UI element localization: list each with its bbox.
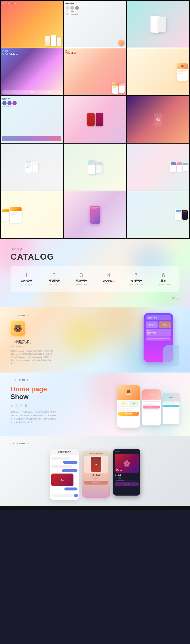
homepage-show-section: PORTFOLIO Home page Show 首 页 页 面 小熊美术APP…: [0, 372, 190, 436]
thumb-main-page-show[interactable]: Main Page show: [64, 48, 126, 95]
catalog-item-5[interactable]: 5 海报设计 POSTER DESIGN: [122, 270, 150, 288]
breadcrumb-3: 页: [20, 404, 23, 407]
homepage-title-sub: Show: [10, 393, 65, 401]
catalog-item-3[interactable]: 3 图标设计 ICON DESIGN: [68, 270, 95, 288]
catalog-section: 作品目录 CATALOG 1 APP设计 APP DESIGN 2 网页设计 W…: [0, 239, 190, 307]
catalog-item-4[interactable]: 4 BANNER BANNER: [95, 270, 122, 288]
homepage-breadcrumb: 首 页 页 面: [10, 404, 65, 407]
bear-title-cn: 「小熊美术」: [10, 339, 95, 344]
thumb-1-label: Home page Show: [2, 2, 61, 4]
breadcrumb-4: 面: [25, 404, 27, 407]
catalog-subtitle: 作品目录: [10, 247, 180, 251]
thumb-3d-phones[interactable]: [64, 144, 126, 190]
portfolio-bear-section: PORTFOLIO 🐻 「小熊美术」 BACKGROUND 小熊美术为APP学少…: [0, 307, 190, 372]
thumb-2-label: 字体与配色: [65, 2, 125, 5]
ps-phone-chat: 你都在忙什么呢？ Ema ↑: [50, 449, 79, 500]
catalog-num-2: 2: [41, 272, 67, 278]
catalog-en-4: BANNER: [96, 283, 121, 284]
thumb-orange-ui[interactable]: 🐻: [127, 48, 189, 95]
catalog-num-6: 6: [151, 272, 176, 278]
hp-phone-1: 🐻 大熊美术 直播 视频: [117, 385, 140, 428]
hp-phone-2: 选课 小熊美术课程: [142, 390, 161, 426]
homepage-right-content: 🐻 大熊美术 直播 视频: [65, 379, 180, 428]
catalog-name-6: 其他: [151, 279, 176, 283]
catalog-en-6: OTHER DESIGN: [151, 283, 176, 285]
thumb-color-guide[interactable]: 配色与字库 字体 · PingFang UI: [1, 96, 63, 143]
thumb-5-page-show-label: Page show: [65, 52, 125, 54]
homepage-left-content: PORTFOLIO Home page Show 首 页 页 面 小熊美术APP…: [10, 379, 65, 424]
bear-description: 小熊美术为APP学少儿美术教育类应用程序，采用人工智能技术，在学习过程中有用展现…: [10, 350, 53, 365]
pageshow-phones-container: 你都在忙什么呢？ Ema ↑: [10, 449, 180, 500]
bear-emoji: 🐻: [14, 324, 22, 332]
thumb-color-palette[interactable]: [64, 96, 126, 143]
homepage-phones-group: 🐻 大熊美术 直播 视频: [117, 383, 180, 428]
pageshow-section: PORTFOLIO 你都在忙什么呢？ Ema: [0, 436, 190, 506]
thumb-catalog[interactable]: 作品目录 CATALOG APP WEB ICON: [1, 48, 63, 95]
catalog-en-1: APP DESIGN: [14, 283, 39, 285]
breadcrumb-1: 首: [10, 404, 13, 407]
pageshow-content: PORTFOLIO 你都在忙什么呢？ Ema: [10, 442, 180, 500]
catalog-header: 作品目录 CATALOG: [10, 247, 180, 262]
catalog-name-1: APP设计: [14, 279, 39, 283]
catalog-en-3: ICON DESIGN: [69, 283, 94, 285]
catalog-en-5: POSTER DESIGN: [123, 283, 149, 285]
catalog-num-1: 1: [14, 272, 39, 278]
catalog-name-5: 海报设计: [123, 279, 149, 283]
thumb-5-main-label: Main: [65, 50, 125, 52]
homepage-title-main: Home page: [10, 386, 65, 393]
catalog-name-4: BANNER: [96, 279, 121, 282]
ps-phone-dark: 使女物语 ♀ Ema 🌸 使女物语 Hulu 热播剧 1: [113, 449, 140, 496]
bear-title-en: BACKGROUND: [10, 345, 95, 347]
catalog-num-3: 3: [69, 272, 94, 278]
thumb-yellow-app[interactable]: [1, 191, 63, 238]
catalog-item-2[interactable]: 2 网页设计 WEB DESIGN: [40, 270, 68, 288]
catalog-item-1[interactable]: 1 APP设计 APP DESIGN: [13, 270, 40, 288]
catalog-items: 1 APP设计 APP DESIGN 2 网页设计 WEB DESIGN 3 图…: [10, 266, 180, 292]
catalog-year: 2022: [10, 296, 180, 300]
thumb-phone-purple[interactable]: [127, 1, 189, 48]
homepage-description: 小熊美术APP，用画面以诠释一、可以让孩子看孩子们爱看的一般识图，因为客户群体大…: [10, 411, 57, 424]
thumb-7-label: 配色与字库: [2, 98, 61, 100]
preview-grid: Home page Show 字体与配色 字体 · Colors 字体 · Pi…: [0, 0, 190, 239]
thumb-social-ui[interactable]: [127, 191, 189, 238]
bottom-space: [0, 506, 190, 510]
thumb-1-phones: [2, 4, 61, 46]
thumb-typography[interactable]: 字体与配色 字体 · Colors 字体 · PingFang UI: [64, 1, 126, 48]
thumb-dark-poster[interactable]: 🌸: [127, 96, 189, 143]
catalog-en-2: WEB DESIGN: [41, 283, 67, 285]
portfolio-right-content: 大熊美术课程 直播课 作品 体验课 小熊美术课程 ¥90: [95, 313, 180, 366]
bear-icon: 🐻: [10, 321, 25, 336]
catalog-main-title: CATALOG: [10, 252, 180, 262]
hand-shape: [163, 345, 180, 366]
catalog-name-2: 网页设计: [41, 279, 67, 283]
thumb-4-sublabel: 作品目录: [2, 50, 61, 52]
portfolio-header-label: PORTFOLIO: [10, 314, 95, 317]
homepage-portfolio-header: PORTFOLIO: [10, 379, 65, 381]
hp-phone-3: 小熊美术 课程: [163, 393, 180, 424]
thumb-wireframe[interactable]: [1, 144, 63, 190]
catalog-name-3: 图标设计: [69, 279, 94, 283]
portfolio-left-content: PORTFOLIO 🐻 「小熊美术」 BACKGROUND 小熊美术为APP学少…: [10, 314, 95, 365]
breadcrumb-2: 页: [15, 404, 18, 407]
ps-phone-handmaids: 学习语言课程精品课 A 使女物语 语言学习 开始学习: [82, 451, 110, 498]
thumb-4-catalog-label: CATALOG: [2, 52, 61, 56]
catalog-num-5: 5: [123, 272, 149, 278]
catalog-num-4: 4: [96, 272, 121, 278]
thumb-home-page-show[interactable]: Home page Show: [1, 1, 63, 48]
thumb-colorful-phone[interactable]: [64, 191, 126, 238]
phone-hand-container: 大熊美术课程 直播课 作品 体验课 小熊美术课程 ¥90: [133, 313, 180, 366]
thumb-ui-flow[interactable]: [127, 144, 189, 190]
pageshow-portfolio-header: PORTFOLIO: [10, 442, 180, 445]
catalog-item-6[interactable]: 6 其他 OTHER DESIGN: [150, 270, 177, 288]
